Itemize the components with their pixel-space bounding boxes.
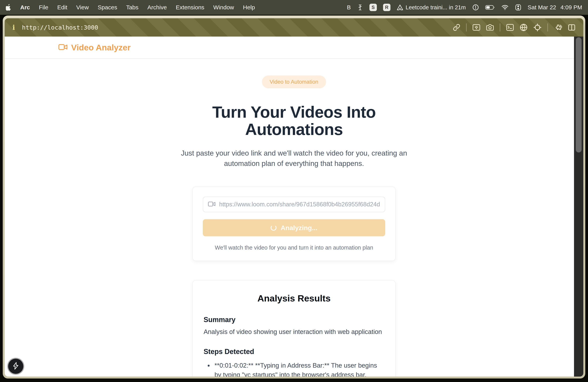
screenshot-camera-icon[interactable]	[486, 24, 494, 31]
wifi-icon[interactable]	[501, 4, 509, 10]
text-cursor-icon[interactable]	[357, 4, 363, 11]
scrollbar-track[interactable]	[574, 37, 583, 377]
hero-title-line1: Turn Your Videos Into	[5, 104, 583, 121]
site-header: Video Analyzer	[5, 37, 583, 59]
quick-actions-fab[interactable]	[8, 359, 23, 374]
steps-list: **0:01-0:02:** **Typing in Address Bar:*…	[213, 361, 384, 377]
scrollbar-thumb[interactable]	[576, 37, 582, 152]
video-input-card: https://www.loom.com/share/967d15868f0b4…	[192, 187, 396, 261]
steps-heading: Steps Detected	[204, 348, 384, 356]
focus-timer[interactable]: Leetcode traini... in 21m	[397, 4, 466, 11]
lightning-bolt-icon	[12, 362, 19, 371]
toolbar-divider	[466, 23, 467, 32]
summary-text: Analysis of video showing user interacti…	[204, 327, 384, 336]
menu-clock[interactable]: Sat Mar 22 4:09 PM	[528, 4, 582, 11]
analyze-button[interactable]: Analyzing...	[203, 219, 385, 236]
video-camera-input-icon	[208, 201, 216, 208]
menu-item-spaces[interactable]: Spaces	[98, 4, 117, 11]
menu-item-tabs[interactable]: Tabs	[126, 4, 138, 11]
menu-item-help[interactable]: Help	[243, 4, 255, 11]
menu-item-window[interactable]: Window	[213, 4, 234, 11]
extensions-puzzle-icon[interactable]	[554, 23, 562, 32]
hero-title: Turn Your Videos Into Automations	[5, 104, 583, 138]
summary-heading: Summary	[204, 316, 384, 324]
menu-item-file[interactable]: File	[39, 4, 48, 11]
web-page-content: Video Analyzer Video to Automation Turn …	[5, 37, 583, 377]
apple-menu-icon[interactable]	[6, 4, 11, 11]
hero-section: Video to Automation Turn Your Videos Int…	[5, 59, 583, 377]
copy-link-icon[interactable]	[453, 24, 460, 31]
step-item: **0:01-0:02:** **Typing in Address Bar:*…	[213, 361, 384, 377]
media-gallery-icon[interactable]	[473, 24, 480, 31]
address-bar[interactable]: http://localhost:3000	[22, 24, 98, 31]
browser-chrome: i http://localhost:3000	[5, 18, 583, 37]
video-url-value: https://www.loom.com/share/967d15868f0b4…	[219, 201, 380, 208]
battery-icon[interactable]	[485, 5, 495, 10]
hero-title-line2: Automations	[5, 121, 583, 138]
site-info-icon[interactable]: i	[12, 23, 15, 31]
control-center-icon[interactable]	[515, 4, 522, 11]
toolbar-divider	[547, 23, 548, 32]
macos-menu-bar: Arc File Edit View Spaces Tabs Archive E…	[0, 0, 588, 15]
focus-timer-label: Leetcode traini... in 21m	[406, 4, 466, 11]
history-clock-icon[interactable]	[472, 4, 479, 11]
menu-item-edit[interactable]: Edit	[57, 4, 67, 11]
hero-badge: Video to Automation	[262, 75, 326, 88]
menu-item-extensions[interactable]: Extensions	[176, 4, 204, 11]
analyze-button-label: Analyzing...	[281, 224, 317, 232]
status-chip-s[interactable]: S	[369, 4, 377, 11]
menu-item-arc[interactable]: Arc	[20, 4, 30, 11]
status-chip-r[interactable]: R	[383, 4, 390, 11]
menu-time: 4:09 PM	[560, 4, 582, 11]
toolbar-divider	[500, 23, 500, 32]
menu-date: Sat Mar 22	[528, 4, 556, 11]
split-view-icon[interactable]	[568, 23, 576, 31]
menu-item-archive[interactable]: Archive	[147, 4, 167, 11]
globe-icon[interactable]	[520, 23, 527, 31]
video-url-input[interactable]: https://www.loom.com/share/967d15868f0b4…	[203, 197, 385, 212]
video-camera-icon	[58, 43, 68, 52]
menu-item-view[interactable]: View	[76, 4, 89, 11]
hero-subtitle: Just paste your video link and we'll wat…	[172, 148, 416, 169]
brand-title: Video Analyzer	[71, 43, 131, 52]
input-helper-text: We'll watch the video for you and turn i…	[203, 244, 385, 251]
status-item-b[interactable]: B	[347, 4, 351, 11]
devtools-terminal-icon[interactable]	[506, 24, 514, 31]
triangle-icon	[397, 4, 403, 11]
loading-spinner-icon	[271, 225, 276, 231]
results-title: Analysis Results	[204, 293, 384, 304]
analysis-results-card: Analysis Results Summary Analysis of vid…	[192, 280, 396, 377]
element-picker-icon[interactable]	[533, 23, 542, 32]
arc-browser-window: i http://localhost:3000	[3, 16, 585, 379]
